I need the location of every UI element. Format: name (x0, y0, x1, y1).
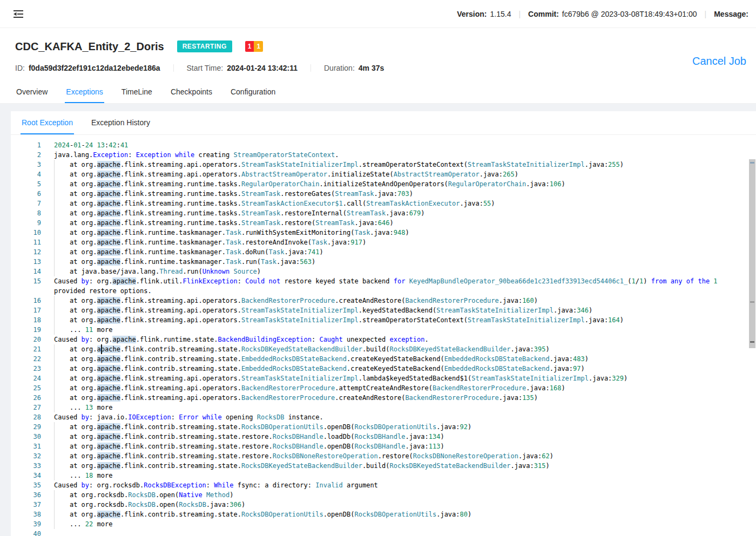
code-text[interactable]: at org.apache.flink.streaming.api.operat… (54, 393, 745, 403)
editor-line[interactable]: 34 ... 18 more (11, 471, 756, 480)
code-text[interactable]: Caused by: org.rocksdb.RocksDBException:… (54, 480, 745, 490)
editor-line[interactable]: 19 ... 11 more (11, 325, 756, 335)
line-number[interactable]: 16 (11, 296, 41, 306)
line-number[interactable]: 28 (11, 412, 41, 422)
editor-line[interactable]: 13 at org.apache.flink.runtime.taskmanag… (11, 257, 756, 267)
editor-line[interactable]: 38 at org.apache.flink.contrib.streaming… (11, 510, 756, 519)
editor-line[interactable]: 29 at org.apache.flink.contrib.streaming… (11, 422, 756, 432)
line-number[interactable]: 27 (11, 403, 41, 412)
line-number[interactable]: 37 (11, 500, 41, 510)
code-text[interactable]: ... 11 more (54, 325, 745, 335)
tab-exceptions[interactable]: Exceptions (65, 81, 104, 103)
line-number[interactable]: 23 (11, 364, 41, 374)
code-text[interactable]: at org.apache.flink.streaming.runtime.ta… (54, 208, 745, 218)
editor-line[interactable]: 35Caused by: org.rocksdb.RocksDBExceptio… (11, 480, 756, 490)
editor-line[interactable]: 39 ... 22 more (11, 519, 756, 529)
line-number[interactable]: 2 (11, 150, 41, 160)
code-text[interactable]: at org.apache.flink.contrib.streaming.st… (54, 364, 745, 374)
editor-line[interactable]: 17 at org.apache.flink.streaming.api.ope… (11, 306, 756, 315)
line-number[interactable]: 22 (11, 354, 41, 364)
line-number[interactable]: 13 (11, 257, 41, 267)
subtab-exception-history[interactable]: Exception History (90, 111, 151, 134)
editor-line[interactable]: 23 at org.apache.flink.contrib.streaming… (11, 364, 756, 374)
editor-line[interactable]: 16 at org.apache.flink.streaming.api.ope… (11, 296, 756, 306)
line-number[interactable]: 20 (11, 335, 41, 344)
code-text[interactable]: at org.apache.flink.streaming.api.operat… (54, 160, 745, 169)
line-number[interactable]: 14 (11, 267, 41, 276)
editor-line[interactable]: 20Caused by: org.apache.flink.runtime.st… (11, 335, 756, 344)
code-text[interactable]: 2024-01-24 13:42:41 (54, 140, 745, 150)
line-number[interactable]: 25 (11, 383, 41, 393)
line-number[interactable]: 1 (11, 140, 41, 150)
code-text[interactable]: at java.base/java.lang.Thread.run(Unknow… (54, 267, 745, 276)
tab-checkpoints[interactable]: Checkpoints (170, 81, 213, 103)
editor-line[interactable]: 14 at java.base/java.lang.Thread.run(Unk… (11, 267, 756, 276)
tab-timeline[interactable]: TimeLine (120, 81, 153, 103)
line-number[interactable]: 15 (11, 276, 41, 286)
editor-line[interactable]: 21 at org.apache.flink.contrib.streaming… (11, 344, 756, 354)
code-text[interactable]: at org.apache.flink.contrib.streaming.st… (54, 461, 745, 471)
code-text[interactable]: ... 13 more (54, 403, 745, 412)
line-number[interactable]: 30 (11, 432, 41, 442)
editor-line[interactable]: 25 at org.apache.flink.streaming.api.ope… (11, 383, 756, 393)
editor-line[interactable]: 2java.lang.Exception: Exception while cr… (11, 150, 756, 160)
editor-line[interactable]: 7 at org.apache.flink.streaming.runtime.… (11, 199, 756, 208)
editor-line[interactable]: 40 (11, 529, 756, 536)
code-text[interactable]: at org.apache.flink.contrib.streaming.st… (54, 510, 745, 519)
line-number[interactable]: 12 (11, 247, 41, 257)
editor-line[interactable]: 30 at org.apache.flink.contrib.streaming… (11, 432, 756, 442)
subtab-root-exception[interactable]: Root Exception (21, 111, 74, 134)
line-number[interactable]: 17 (11, 306, 41, 315)
code-text[interactable]: at org.apache.flink.streaming.api.operat… (54, 306, 745, 315)
line-number[interactable]: 31 (11, 442, 41, 451)
line-number[interactable]: 38 (11, 510, 41, 519)
editor-line[interactable]: 10 at org.apache.flink.runtime.taskmanag… (11, 228, 756, 238)
editor-line[interactable]: 24 at org.apache.flink.streaming.api.ope… (11, 374, 756, 383)
code-text[interactable]: at org.apache.flink.streaming.api.operat… (54, 383, 745, 393)
editor-line[interactable]: 12 at org.apache.flink.runtime.taskmanag… (11, 247, 756, 257)
line-number[interactable]: 9 (11, 218, 41, 228)
code-text[interactable]: at org.apache.flink.runtime.taskmanager.… (54, 228, 745, 238)
code-text[interactable]: at org.apache.flink.contrib.streaming.st… (54, 442, 745, 451)
code-text[interactable]: at org.apache.flink.runtime.taskmanager.… (54, 247, 745, 257)
line-number[interactable]: 29 (11, 422, 41, 432)
menu-fold-icon[interactable] (11, 6, 26, 22)
code-text[interactable]: at org.apache.flink.streaming.runtime.ta… (54, 179, 745, 189)
line-number[interactable]: 10 (11, 228, 41, 238)
editor-line[interactable]: 27 ... 13 more (11, 403, 756, 412)
line-number[interactable]: 18 (11, 315, 41, 325)
code-text[interactable]: java.lang.Exception: Exception while cre… (54, 150, 745, 160)
line-number[interactable]: 19 (11, 325, 41, 335)
code-text[interactable]: at org.apache.flink.contrib.streaming.st… (54, 354, 745, 364)
line-number[interactable]: 26 (11, 393, 41, 403)
line-number[interactable]: 4 (11, 169, 41, 179)
code-text[interactable]: at org.apache.flink.streaming.api.operat… (54, 296, 745, 306)
code-text[interactable]: at org.apache.flink.streaming.api.operat… (54, 374, 745, 383)
line-number[interactable]: 24 (11, 374, 41, 383)
code-text[interactable]: Caused by: java.io.IOException: Error wh… (54, 412, 745, 422)
line-number[interactable]: 11 (11, 238, 41, 247)
editor-line[interactable]: 8 at org.apache.flink.streaming.runtime.… (11, 208, 756, 218)
code-text[interactable]: at org.rocksdb.RocksDB.open(Native Metho… (54, 490, 745, 500)
line-number[interactable]: 5 (11, 179, 41, 189)
code-text[interactable]: at org.rocksdb.RocksDB.open(RocksDB.java… (54, 500, 745, 510)
editor-line[interactable]: 6 at org.apache.flink.streaming.runtime.… (11, 189, 756, 199)
editor-line[interactable]: 3 at org.apache.flink.streaming.api.oper… (11, 160, 756, 169)
line-number[interactable]: 33 (11, 461, 41, 471)
editor-line[interactable]: 18 at org.apache.flink.streaming.api.ope… (11, 315, 756, 325)
line-number[interactable]: 7 (11, 199, 41, 208)
code-text[interactable]: at org.apache.flink.contrib.streaming.st… (54, 432, 745, 442)
editor-line[interactable]: 26 at org.apache.flink.streaming.api.ope… (11, 393, 756, 403)
code-text[interactable]: ... 22 more (54, 519, 745, 529)
tab-configuration[interactable]: Configuration (230, 81, 276, 103)
code-text[interactable]: at org.apache.flink.contrib.streaming.st… (54, 344, 745, 354)
code-text[interactable]: at org.apache.flink.contrib.streaming.st… (54, 422, 745, 432)
line-number[interactable]: 3 (11, 160, 41, 169)
line-number[interactable]: 36 (11, 490, 41, 500)
line-number[interactable]: 39 (11, 519, 41, 529)
code-text[interactable] (54, 529, 745, 536)
code-text[interactable]: at org.apache.flink.runtime.taskmanager.… (54, 238, 745, 247)
code-text[interactable]: Caused by: org.apache.flink.runtime.stat… (54, 335, 745, 344)
editor-line[interactable]: 12024-01-24 13:42:41 (11, 140, 756, 150)
exception-editor[interactable]: 12024-01-24 13:42:412java.lang.Exception… (11, 135, 756, 536)
